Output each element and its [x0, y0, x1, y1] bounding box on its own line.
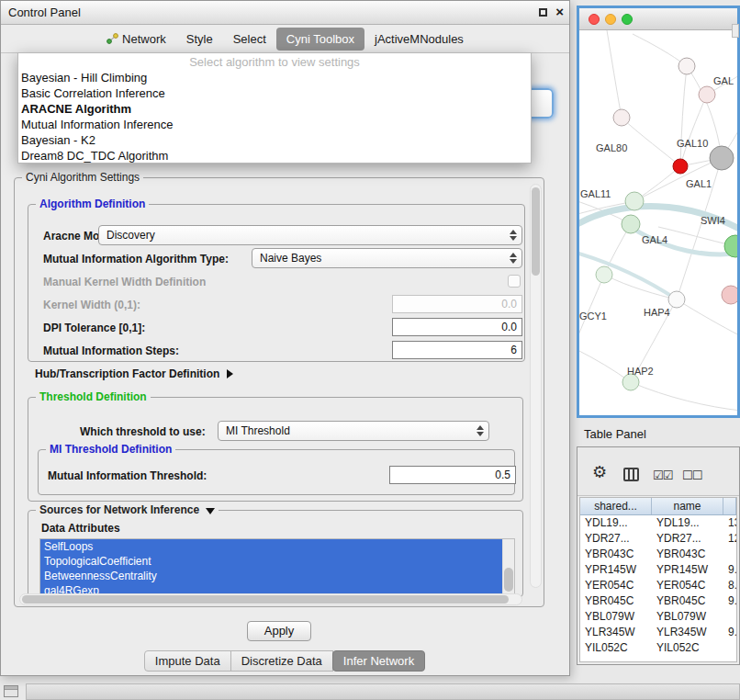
column-header[interactable] [723, 498, 736, 514]
select-all-checkboxes-icon[interactable]: ☑☑ [653, 469, 672, 482]
desktop: Control Panel × NetworkStyleSelectCyni T… [0, 0, 740, 700]
network-node[interactable] [710, 146, 734, 170]
network-view-window: GALGAL80GAL10GAL1GAL11SWI4GAL4GCY1HAP4HA… [577, 6, 740, 418]
network-edge [680, 95, 707, 166]
network-edge [677, 299, 737, 336]
network-node[interactable] [678, 58, 695, 74]
table-row[interactable]: YER054CYER054C8. [580, 578, 736, 593]
kernel-width-field[interactable]: 0.0 [392, 295, 522, 313]
tab-select[interactable]: Select [223, 28, 276, 51]
table-cell: YIL052C [652, 640, 723, 656]
table-cell: YBR045C [652, 593, 723, 609]
network-canvas-svg: GALGAL80GAL10GAL1GAL11SWI4GAL4GCY1HAP4HA… [579, 30, 737, 415]
table-row[interactable]: YDR27...YDR27...12 [580, 531, 736, 547]
node-label: GAL [713, 75, 734, 86]
table-cell: YBR043C [580, 547, 652, 562]
table-cell: YBR045C [580, 593, 652, 609]
table-cell: YBR043C [652, 547, 723, 562]
table-row[interactable]: YDL19...YDL19...13 [580, 515, 736, 531]
close-traffic-light[interactable] [589, 14, 600, 25]
bottom-tab-infer-network[interactable]: Infer Network [332, 650, 425, 672]
network-node[interactable] [596, 266, 612, 283]
table-header-row: shared...name [580, 498, 736, 515]
mi-threshold-field[interactable]: 0.5 [389, 466, 516, 484]
tab-network[interactable]: Network [96, 28, 176, 51]
algorithm-option[interactable]: Basic Correlation Inference [18, 85, 531, 101]
table-cell: 13 [723, 515, 736, 531]
network-node[interactable] [673, 159, 688, 174]
mi-algorithm-type-select[interactable]: Naive Bayes [252, 248, 522, 268]
column-header[interactable]: name [652, 498, 723, 514]
kernel-width-label: Kernel Width (0,1): [43, 299, 140, 311]
network-edge [658, 227, 735, 246]
network-node[interactable] [613, 109, 630, 126]
settings-hscrollbar-thumb[interactable] [22, 595, 509, 604]
sources-group-title[interactable]: Sources for Network Inference [36, 503, 219, 516]
minimize-traffic-light[interactable] [605, 14, 616, 25]
mi-steps-label: Mutual Information Steps: [43, 344, 179, 357]
algorithm-dropdown-prompt: Select algorithm to view settings [18, 54, 531, 70]
hub-definition-label: Hub/Transcription Factor Definition [35, 367, 219, 380]
network-scrollbar-stub[interactable] [732, 24, 739, 38]
columns-icon[interactable] [623, 468, 639, 481]
dpi-tolerance-field[interactable]: 0.0 [392, 318, 522, 336]
tab-jactivemnodules[interactable]: jActiveMNodules [364, 28, 474, 51]
table-row[interactable]: YBR045CYBR045C9. [580, 593, 736, 609]
node-label: GCY1 [579, 310, 607, 322]
data-attribute-item[interactable]: SelfLoops [40, 539, 502, 554]
table-cell: YPR145W [652, 562, 723, 578]
tab-cyni-toolbox[interactable]: Cyni Toolbox [276, 28, 364, 51]
apply-button[interactable]: Apply [247, 621, 311, 641]
mi-steps-field[interactable]: 6 [392, 341, 522, 359]
tab-style[interactable]: Style [176, 28, 223, 51]
table-cell: 8. [723, 578, 736, 593]
data-attribute-item[interactable]: TopologicalCoefficient [40, 554, 502, 569]
settings-horizontal-scrollbar[interactable] [19, 593, 522, 605]
settings-vertical-scrollbar[interactable] [530, 184, 542, 588]
minimized-panel-icon[interactable] [4, 685, 18, 697]
gear-icon[interactable]: ⚙ [592, 464, 607, 480]
aracne-mode-select[interactable]: Discovery [98, 225, 522, 245]
attributes-scrollbar-thumb[interactable] [504, 568, 513, 592]
which-threshold-value: MI Threshold [226, 424, 290, 437]
table-row[interactable]: YIL052CYIL052C [580, 640, 736, 656]
network-node[interactable] [722, 286, 737, 304]
algorithm-option[interactable]: Dream8 DC_TDC Algorithm [18, 148, 531, 164]
hub-definition-disclosure[interactable]: Hub/Transcription Factor Definition [35, 367, 233, 380]
network-edge [633, 34, 687, 66]
network-node[interactable] [668, 291, 685, 308]
attributes-list-scrollbar[interactable] [502, 539, 514, 593]
table-cell: YDL19... [652, 515, 723, 531]
window-close-button[interactable]: × [555, 5, 564, 19]
algorithm-option[interactable]: Bayesian - Hill Climbing [18, 70, 531, 85]
table-cell: YBL079W [652, 609, 723, 625]
table-row[interactable]: YPR145WYPR145W9. [580, 562, 736, 578]
column-header[interactable]: shared... [580, 498, 652, 514]
window-restore-button[interactable] [539, 8, 547, 17]
deselect-all-checkboxes-icon[interactable]: ☐☐ [682, 469, 701, 482]
window-title: Control Panel [8, 6, 81, 19]
table-row[interactable]: YBL079WYBL079W [580, 609, 736, 625]
zoom-traffic-light[interactable] [622, 14, 633, 25]
node-label: GAL10 [677, 138, 708, 149]
mi-threshold-group: MI Threshold Definition Mutual Informati… [38, 449, 515, 495]
table-cell: YBL079W [580, 609, 652, 625]
data-attribute-item[interactable]: BetweennessCentrality [40, 569, 502, 583]
table-body: YDL19...YDL19...13YDR27...YDR27...12YBR0… [580, 515, 736, 656]
table-row[interactable]: YBR043CYBR043C [580, 547, 736, 562]
network-node[interactable] [622, 215, 640, 233]
which-threshold-select[interactable]: MI Threshold [218, 421, 489, 441]
table-cell: YPR145W [580, 562, 652, 578]
tab-label: Cyni Toolbox [286, 32, 354, 46]
algorithm-option[interactable]: Bayesian - K2 [18, 132, 531, 148]
table-cell: YDR27... [580, 531, 652, 547]
bottom-tab-discretize-data[interactable]: Discretize Data [230, 650, 333, 672]
network-node[interactable] [625, 192, 644, 210]
table-row[interactable]: YLR345WYLR345W9. [580, 625, 736, 640]
algorithm-option[interactable]: Mutual Information Inference [18, 117, 531, 132]
network-node[interactable] [699, 86, 715, 103]
algorithm-option[interactable]: ARACNE Algorithm [18, 101, 531, 117]
bottom-tab-impute-data[interactable]: Impute Data [144, 650, 231, 672]
manual-kernel-width-checkbox[interactable] [508, 275, 521, 288]
settings-vscrollbar-thumb[interactable] [532, 187, 540, 276]
